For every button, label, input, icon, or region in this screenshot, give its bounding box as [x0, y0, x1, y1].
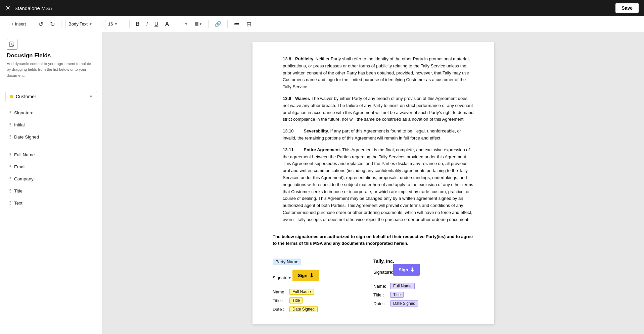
undo-button[interactable]: ↺	[36, 19, 45, 29]
sig-row-right-signature: Signature: Sign ⬇	[373, 264, 474, 280]
sidebar-item-title[interactable]: ⠿ Title	[5, 185, 97, 197]
sidebar-group-2: ⠿ Full Name ⠿ Email ⠿ Company ⠿ Title ⠿ …	[0, 149, 102, 209]
underline-button[interactable]: U	[152, 20, 160, 29]
section-num-13-10: 13.10	[283, 128, 294, 133]
style-label: Body Text	[68, 21, 88, 26]
sidebar-item-email[interactable]: ⠿ Email	[5, 161, 97, 173]
toolbar-divider-1	[32, 20, 32, 28]
toolbar-divider-5	[208, 20, 209, 28]
redo-button[interactable]: ↻	[48, 19, 57, 29]
date-label-right: Date :	[373, 301, 390, 306]
full-name-badge-right: Full Name	[390, 283, 415, 289]
sidebar-desc: Add dynamic content to your agreement te…	[7, 61, 96, 78]
drag-handle-icon-4: ⠿	[8, 152, 11, 158]
section-13-9: 13.9 Waiver. The waiver by either Party …	[283, 95, 474, 123]
line-spacing-icon: ≣	[194, 21, 199, 27]
link-button[interactable]: 🔗	[213, 19, 223, 29]
date-label-left: Date :	[273, 307, 289, 312]
sidebar-item-initial[interactable]: ⠿ Initial	[5, 119, 97, 131]
customer-dropdown-left: Customer	[10, 94, 36, 99]
link-icon: 🔗	[215, 21, 221, 27]
name-label-right: Name:	[373, 284, 390, 289]
sidebar-group-1: ⠿ Signature ⠿ Initial ⠿ Date Signed	[0, 107, 102, 143]
topbar-title: Standalone MSA	[14, 5, 52, 11]
sidebar-item-label-signature: Signature	[14, 110, 34, 115]
sig-label-right: Signature:	[373, 270, 393, 275]
sign-text-right: Sign	[399, 267, 408, 272]
toolbar-divider-3	[129, 20, 130, 28]
sidebar-item-label-full-name: Full Name	[14, 152, 35, 157]
document-area: 13.8 Publicity. Neither Party shall refe…	[103, 32, 644, 334]
docusign-icon	[7, 39, 17, 50]
sig-col-left: Party Name Signature: Sign ⬇ Name: Full …	[273, 257, 373, 316]
sig-label-left: Signature:	[273, 275, 292, 280]
sidebar-item-date-signed[interactable]: ⠿ Date Signed	[5, 131, 97, 143]
section-13-11: 13.11 Entire Agreement. This Agreement i…	[283, 147, 474, 223]
ordered-list-button[interactable]: ⊟	[244, 19, 254, 29]
title-badge-right: Title	[390, 292, 404, 298]
sig-row-right-date: Date : Date Signed	[373, 300, 474, 307]
save-button[interactable]: Save	[615, 3, 639, 13]
sign-button-left[interactable]: Sign ⬇	[292, 270, 319, 281]
toolbar: + + Insert ↺ ↻ Body Text ▼ 16 ▼ B I U A …	[0, 16, 644, 32]
section-title-13-10: Severability.	[304, 128, 329, 133]
sidebar: Docusign Fields Add dynamic content to y…	[0, 32, 103, 334]
sidebar-item-label-date-signed: Date Signed	[14, 134, 39, 140]
full-name-badge-left: Full Name	[289, 289, 314, 295]
close-icon[interactable]: ✕	[5, 4, 10, 12]
style-dropdown[interactable]: Body Text ▼	[65, 20, 102, 28]
name-label-left: Name:	[273, 289, 289, 294]
section-13-8: 13.8 Publicity. Neither Party shall refe…	[283, 56, 474, 91]
spacing-chevron-icon: ▼	[199, 22, 202, 26]
sidebar-divider	[7, 86, 96, 86]
sidebar-item-label-text: Text	[14, 201, 22, 206]
text-color-button[interactable]: A	[163, 20, 171, 29]
customer-dropdown[interactable]: Customer ▼	[5, 91, 97, 102]
drag-handle-icon-6: ⠿	[8, 176, 11, 182]
insert-button[interactable]: + + Insert	[5, 20, 28, 29]
sidebar-icon-area	[7, 39, 96, 50]
drag-handle-icon-3: ⠿	[8, 134, 11, 140]
align-button[interactable]: ≡ ▼	[179, 20, 190, 29]
section-body-13-11: This Agreement is the final, complete, a…	[283, 147, 473, 222]
sidebar-item-text[interactable]: ⠿ Text	[5, 197, 97, 209]
list-icon: ≔	[234, 20, 240, 28]
sidebar-item-label-email: Email	[14, 164, 26, 169]
italic-button[interactable]: I	[144, 20, 150, 29]
toolbar-divider-2	[61, 20, 61, 28]
chevron-down-icon: ▼	[89, 22, 92, 26]
sig-col-right: Tally, Inc. Signature: Sign ⬇ Name: Full…	[373, 257, 474, 316]
party-name-badge: Party Name	[273, 259, 301, 265]
plus-icon: +	[7, 21, 10, 27]
sidebar-header: Docusign Fields Add dynamic content to y…	[0, 32, 102, 86]
sidebar-item-signature[interactable]: ⠿ Signature	[5, 107, 97, 119]
sig-row-right-name: Name: Full Name	[373, 283, 474, 289]
download-icon-right: ⬇	[410, 267, 414, 273]
sidebar-item-full-name[interactable]: ⠿ Full Name	[5, 149, 97, 161]
sig-table-row-1: Party Name Signature: Sign ⬇ Name: Full …	[273, 257, 474, 316]
unordered-list-button[interactable]: ≔	[232, 19, 242, 29]
customer-dot-icon	[10, 95, 13, 98]
toolbar-divider-6	[227, 20, 228, 28]
date-badge-left: Date Signed	[289, 306, 318, 312]
drag-handle-icon-2: ⠿	[8, 122, 11, 128]
numbered-list-icon: ⊟	[246, 20, 251, 28]
align-chevron-icon: ▼	[185, 22, 188, 26]
topbar-left: ✕ Standalone MSA	[5, 4, 52, 12]
chevron-down-icon-2: ▼	[114, 22, 118, 26]
title-label-right: Title :	[373, 292, 390, 297]
document-page: 13.8 Publicity. Neither Party shall refe…	[252, 42, 494, 324]
font-size-value: 16	[108, 21, 113, 26]
section-body-13-9: The waiver by either Party of any breach…	[283, 96, 473, 122]
sign-text-left: Sign	[298, 273, 307, 278]
bold-button[interactable]: B	[134, 20, 142, 29]
sidebar-item-company[interactable]: ⠿ Company	[5, 173, 97, 185]
main-layout: Docusign Fields Add dynamic content to y…	[0, 32, 644, 334]
sign-button-right[interactable]: Sign ⬇	[393, 264, 420, 276]
line-spacing-button[interactable]: ≣ ▼	[192, 19, 204, 29]
sidebar-item-label-company: Company	[14, 176, 34, 181]
section-title-13-9: Waiver.	[295, 96, 310, 101]
font-size-dropdown[interactable]: 16 ▼	[105, 20, 125, 28]
topbar: ✕ Standalone MSA Save	[0, 0, 644, 16]
insert-label: + Insert	[11, 21, 26, 26]
